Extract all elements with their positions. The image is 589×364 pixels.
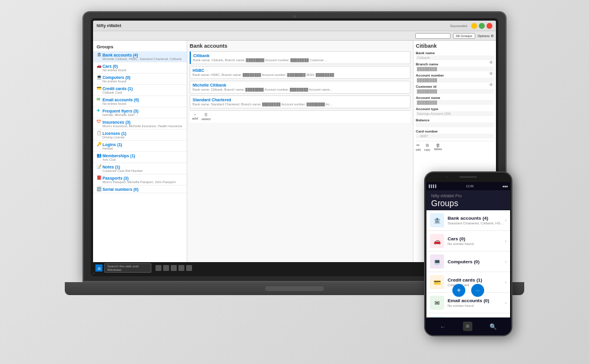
entry-name-1: HSBC xyxy=(193,68,408,72)
phone-list-name-1: Cars (0) xyxy=(448,236,505,241)
sidebar-item-12[interactable]: 🔢 Serial numbers (0) xyxy=(93,186,187,193)
search-box[interactable] xyxy=(415,33,451,39)
field-label-2: Account number xyxy=(416,74,494,77)
sidebar-icon-8: 🔑 xyxy=(97,142,101,147)
phone-app: Nifty eWallet Pro Groups 🏦 Bank accounts… xyxy=(426,190,510,317)
detail-field-3: Customer id ████████ xyxy=(416,85,494,94)
sidebar-title: Groups xyxy=(93,43,187,51)
sidebar-item-9[interactable]: 👥 Memberships (1) Arts Club xyxy=(93,152,187,163)
entry-name-2: Michelle Citibank xyxy=(193,83,408,87)
field-label-7: Card number xyxy=(416,130,494,133)
phone-list-sub-1: No entries found xyxy=(448,242,505,246)
sidebar-icon-7: 📋 xyxy=(97,131,101,135)
eye-icon-0[interactable]: 👁 xyxy=(489,60,494,65)
sidebar-item-sub-8: hotmail xyxy=(102,147,183,150)
phone-list-content-4: Email accounts (0) No entries found xyxy=(448,298,505,307)
detail-fields: Bank name Citibank 👁 Branch name ███████… xyxy=(416,51,494,138)
field-value-5: Savings Account (S8) xyxy=(416,111,494,116)
phone-list-item-5[interactable]: ✈ Frequent flyers (3) John ████████, Mom… xyxy=(426,313,510,317)
close-button[interactable] xyxy=(487,23,492,29)
field-label-3: Customer id xyxy=(416,85,494,88)
taskbar-icons xyxy=(155,265,192,271)
delete-button[interactable]: delete xyxy=(434,143,442,151)
field-value-0: Citibank xyxy=(416,55,494,60)
start-button[interactable]: ⊞ xyxy=(95,264,102,272)
sidebar-item-7[interactable]: 📋 Licenses (1) Driving License xyxy=(93,130,187,141)
minimize-button[interactable] xyxy=(471,23,477,29)
taskbar-icon-5[interactable] xyxy=(186,265,192,271)
field-value-3: ████████ xyxy=(416,89,494,94)
taskbar-icon-3[interactable] xyxy=(171,265,177,271)
sidebar-item-name-0: 🏦 Bank accounts (4) xyxy=(97,52,183,57)
phone-app-header: Nifty eWallet Pro Groups xyxy=(426,190,510,210)
detail-field-5: Account type Savings Account (S8) xyxy=(416,107,494,116)
entry-item-0[interactable]: Citibank Bank name: Citibank, Branch nam… xyxy=(190,51,411,64)
phone-list-item-1[interactable]: 🚗 Cars (0) No entries found › xyxy=(426,231,510,252)
taskbar-search[interactable]: Search the web and Windows xyxy=(104,263,151,273)
sidebar-item-sub-4: No entries found xyxy=(102,102,183,105)
sidebar-items: 🏦 Bank accounts (4) Michelle Citibank, H… xyxy=(93,51,187,193)
phone-plus-buttons: + ··· xyxy=(452,284,484,297)
sidebar-item-4[interactable]: ✉ Email accounts (0) No entries found xyxy=(93,96,187,107)
sidebar-item-0[interactable]: 🏦 Bank accounts (4) Michelle Citibank, H… xyxy=(93,51,187,62)
phone-app-name: Nifty eWallet Pro xyxy=(431,194,505,198)
phone-list-arrow-2: › xyxy=(505,259,507,264)
sidebar-item-6[interactable]: 🛡 Insurances (3) Mom's Insurance, Michel… xyxy=(93,118,187,130)
sidebar-item-name-6: 🛡 Insurances (3) xyxy=(97,120,183,124)
select-button[interactable]: ☰ select xyxy=(201,112,211,121)
sidebar-item-2[interactable]: 💻 Computers (0) No entries found xyxy=(93,74,187,85)
phone-add-button[interactable]: + xyxy=(452,284,465,297)
status-text: Successful xyxy=(450,24,467,28)
group-dropdown[interactable]: All Groups xyxy=(453,33,475,39)
sidebar-icon-3: 💳 xyxy=(97,86,101,91)
entry-item-2[interactable]: Michelle Citibank Bank name: Citibank, B… xyxy=(190,81,411,94)
sidebar-item-8[interactable]: 🔑 Logins (1) hotmail xyxy=(93,141,187,152)
entry-item-1[interactable]: HSBC Bank name: HSBC, Branch name: █████… xyxy=(190,66,411,79)
main-bottom: + add ☰ select xyxy=(190,110,411,123)
phone-list-item-2[interactable]: 💻 Computers (0) › xyxy=(426,252,510,272)
phone-signal: ▌▌▌▌ xyxy=(429,184,437,188)
phone-search-button[interactable]: 🔍 xyxy=(489,323,497,330)
sidebar-item-sub-10: Customer Care Ref Number xyxy=(102,169,183,173)
phone-status-bar: ▌▌▌▌ 12:09 ■■■ xyxy=(426,182,510,190)
entry-detail-2: Bank name: Citibank, Branch name: ██████… xyxy=(193,88,408,91)
edit-button[interactable]: edit xyxy=(416,143,421,151)
copy-button[interactable]: copy xyxy=(424,143,431,151)
phone-back-button[interactable]: ← xyxy=(440,323,446,330)
sidebar-icon-1: 🚗 xyxy=(97,64,101,68)
taskbar-icon-1[interactable] xyxy=(155,265,161,271)
sidebar-item-5[interactable]: ✈ Frequent flyers (3) hotmail, Michelle … xyxy=(93,107,187,118)
entry-item-3[interactable]: Standard Chartered Bank name: Standard C… xyxy=(190,95,411,108)
sidebar-item-10[interactable]: 📝 Notes (1) Customer Care Ref Number xyxy=(93,163,187,174)
eye-icon-2[interactable]: 👁 xyxy=(489,82,494,88)
sidebar-item-name-4: ✉ Email accounts (0) xyxy=(97,97,183,102)
entry-detail-1: Bank name: HSBC, Branch name: ████████ A… xyxy=(193,73,408,77)
sidebar-item-1[interactable]: 🚗 Cars (0) No entries found xyxy=(93,62,187,74)
eye-icon-1[interactable]: 👁 xyxy=(489,71,494,77)
sidebar-icon-9: 👥 xyxy=(97,153,101,158)
phone-list: 🏦 Bank accounts (4) Standard Chartered, … xyxy=(426,210,510,317)
sidebar-item-name-11: 📕 Passports (3) xyxy=(97,176,183,180)
phone-home-button[interactable]: ⊞ xyxy=(463,322,472,331)
phone-list-arrow-0: › xyxy=(505,218,507,223)
field-value-1: ████████ xyxy=(416,67,494,71)
detail-field-2: Account number ████████ 👁 xyxy=(416,74,494,82)
add-button[interactable]: + add xyxy=(192,112,198,121)
panel-title: Bank accounts xyxy=(190,43,411,49)
sidebar-item-11[interactable]: 📕 Passports (3) Mom's Passport, Michelle… xyxy=(93,174,187,186)
entry-detail-0: Bank name: Citibank, Branch name: ██████… xyxy=(193,58,408,62)
phone-list-icon-2: 💻 xyxy=(430,254,444,269)
detail-field-6: Balance xyxy=(416,118,494,127)
options-button[interactable]: Options ⚙ xyxy=(478,34,494,38)
taskbar-icon-4[interactable] xyxy=(178,265,184,271)
sidebar-item-3[interactable]: 💳 Credit cards (1) Citibank Card xyxy=(93,85,187,96)
app-titlebar: Nifty eWallet Successful xyxy=(93,21,496,31)
phone-list-item-0[interactable]: 🏦 Bank accounts (4) Standard Chartered, … xyxy=(426,210,510,231)
sidebar-item-name-1: 🚗 Cars (0) xyxy=(97,64,183,68)
detail-field-1: Branch name ████████ 👁 xyxy=(416,62,494,71)
maximize-button[interactable] xyxy=(479,23,485,29)
phone-list-name-4: Email accounts (0) xyxy=(448,298,505,303)
phone-action-button[interactable]: ··· xyxy=(471,284,484,297)
taskbar-icon-2[interactable] xyxy=(163,265,169,271)
sidebar: Groups 🏦 Bank accounts (4) Michelle Citi… xyxy=(93,41,187,262)
